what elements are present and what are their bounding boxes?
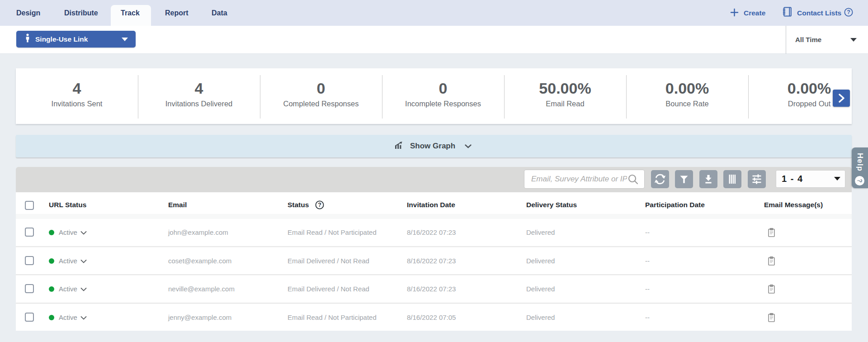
svg-text:?: ? bbox=[318, 202, 321, 208]
svg-text:?: ? bbox=[847, 9, 850, 15]
